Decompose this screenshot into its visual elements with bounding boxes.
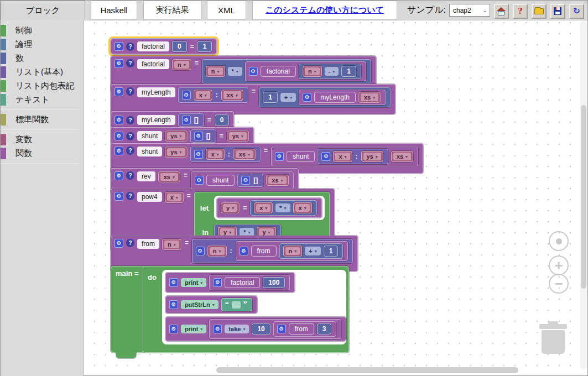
empty-list-block[interactable]: ⚙ [] — [178, 113, 204, 127]
variable-block[interactable]: ys▾ — [227, 130, 249, 142]
sidebar-item-math[interactable]: 数 — [1, 51, 83, 65]
gear-icon[interactable]: ⚙ — [115, 132, 123, 140]
number-block[interactable]: 1 — [197, 41, 212, 52]
variable-block[interactable]: xs▾ — [358, 92, 381, 103]
variable-block[interactable]: n▾ — [162, 239, 181, 250]
gear-icon[interactable]: ⚙ — [213, 278, 222, 287]
zoom-out-button[interactable]: − — [549, 274, 569, 294]
statement-print-take[interactable]: ⚙ print▾ ⚙ take▾ 10 ⚙ from 3 — [165, 317, 347, 341]
sidebar-item-text[interactable]: テキスト — [1, 93, 83, 107]
gear-icon[interactable]: ⚙ — [182, 116, 191, 124]
sidebar-item-list-comprehension[interactable]: リスト内包表記 — [1, 79, 83, 93]
variable-block[interactable]: xs▾ — [221, 90, 243, 101]
tab-haskell[interactable]: Haskell — [91, 1, 137, 20]
function-name-field[interactable]: factorial — [137, 41, 169, 51]
help-icon[interactable]: ? — [126, 87, 134, 96]
number-block[interactable]: 0 — [215, 114, 230, 126]
variable-block[interactable]: n▾ — [206, 66, 225, 77]
help-icon[interactable]: ? — [126, 116, 134, 124]
block-factorial-base[interactable]: ⚙ ? factorial 0 = 1 — [111, 39, 217, 54]
variable-block[interactable]: ys▾ — [165, 147, 187, 158]
tab-blocks[interactable]: ブロック — [1, 1, 85, 20]
variable-block[interactable]: x▾ — [254, 202, 273, 213]
cons-pattern-block[interactable]: ⚙ x▾ : xs▾ — [190, 147, 261, 162]
gear-icon[interactable]: ⚙ — [115, 87, 123, 96]
tab-run-result[interactable]: 実行結果 — [143, 1, 201, 20]
variable-block[interactable]: y▾ — [221, 202, 240, 213]
statement-putstrln[interactable]: ⚙ putStrLn▾ “ ” — [165, 296, 257, 314]
subtract-block[interactable]: n▾ -▾ 1 — [299, 64, 361, 79]
gear-icon[interactable]: ⚙ — [115, 239, 123, 248]
zoom-in-button[interactable]: + — [549, 255, 569, 275]
variable-block[interactable]: x▾ — [333, 151, 352, 162]
gear-icon[interactable]: ⚙ — [115, 116, 123, 124]
gear-icon[interactable]: ⚙ — [196, 247, 205, 255]
operator-dropdown[interactable]: *▾ — [228, 67, 242, 76]
help-icon[interactable]: ? — [126, 59, 134, 67]
function-name-field[interactable]: myLength — [137, 87, 175, 97]
cons-pattern-block[interactable]: ⚙ x▾ : xs▾ — [178, 87, 248, 103]
do-block[interactable]: do ⚙ print▾ ⚙ factorial 100 ⚙ putStrLn▾ — [143, 266, 349, 353]
gear-icon[interactable]: ⚙ — [303, 93, 311, 102]
variable-block[interactable]: n▾ — [172, 59, 191, 70]
help-icon[interactable]: ? — [126, 239, 134, 247]
sidebar-item-variables[interactable]: 変数 — [1, 133, 83, 147]
gear-icon[interactable]: ⚙ — [249, 67, 258, 76]
cons-block[interactable]: ⚙ x▾ : ys▾ — [318, 149, 388, 164]
function-name-field[interactable]: from — [137, 239, 159, 249]
sidebar-item-control[interactable]: 制御 — [1, 24, 83, 38]
function-name-field[interactable]: pow4 — [137, 192, 162, 202]
block-main[interactable]: main = do ⚙ print▾ ⚙ factorial 100 ⚙ — [111, 266, 349, 353]
gear-icon[interactable]: ⚙ — [213, 325, 222, 333]
variable-block[interactable]: xs▾ — [266, 175, 288, 186]
number-block[interactable]: 1 — [263, 92, 278, 103]
reload-button[interactable]: ↻ — [569, 4, 584, 19]
function-name-field[interactable]: factorial — [137, 59, 169, 69]
empty-list-block[interactable]: ⚙ [] — [237, 174, 263, 187]
sidebar-item-list-basic[interactable]: リスト(基本) — [1, 65, 83, 79]
help-button[interactable]: ? — [513, 4, 528, 19]
number-block[interactable]: 100 — [263, 277, 285, 288]
string-input-field[interactable] — [232, 301, 241, 309]
sample-select[interactable]: chap2 ⌄ — [449, 4, 490, 17]
function-name-field[interactable]: myLength — [137, 115, 175, 125]
gear-icon[interactable]: ⚙ — [115, 59, 123, 68]
gear-icon[interactable]: ⚙ — [169, 325, 178, 333]
usage-help-link[interactable]: このシステムの使い方について — [266, 5, 384, 15]
stdfn-dropdown[interactable]: putStrLn▾ — [181, 300, 218, 309]
block-mylength-cons[interactable]: ⚙ ? myLength ⚙ x▾ : xs▾ = 1 +▾ ⚙ myLengt… — [111, 84, 396, 114]
variable-block[interactable]: ys▾ — [165, 130, 187, 142]
variable-block[interactable]: xs▾ — [391, 151, 413, 162]
gear-icon[interactable]: ⚙ — [194, 132, 203, 140]
block-shunt-nil[interactable]: ⚙ ? shunt ys▾ ⚙ [] = ys▾ — [111, 127, 254, 145]
gear-icon[interactable]: ⚙ — [182, 91, 191, 100]
apply-take-block[interactable]: ⚙ take▾ 10 ⚙ from 3 — [209, 319, 341, 339]
gear-icon[interactable]: ⚙ — [115, 171, 123, 180]
variable-block[interactable]: n▾ — [207, 246, 227, 257]
gear-icon[interactable]: ⚙ — [115, 42, 123, 51]
gear-icon[interactable]: ⚙ — [169, 300, 178, 309]
add-block[interactable]: 1 +▾ ⚙ myLength xs▾ — [259, 87, 391, 107]
apply-factorial-block[interactable]: ⚙ factorial 100 — [209, 275, 290, 290]
add-block[interactable]: n▾ +▾ 1 — [279, 243, 344, 259]
variable-block[interactable]: x▾ — [165, 192, 184, 203]
function-name-field[interactable]: shunt — [137, 147, 162, 156]
horizontal-scrollbar-thumb[interactable] — [216, 367, 518, 373]
variable-block[interactable]: x▾ — [194, 90, 212, 101]
sidebar-item-functions[interactable]: 関数 — [1, 147, 83, 160]
sidebar-item-standard-functions[interactable]: 標準関数 — [1, 113, 83, 127]
operator-dropdown[interactable]: +▾ — [280, 93, 296, 102]
empty-list-block[interactable]: ⚙ [] — [190, 129, 216, 143]
apply-mylength-block[interactable]: ⚙ myLength xs▾ — [299, 90, 386, 105]
function-name-field[interactable]: rev — [137, 171, 155, 181]
help-icon[interactable]: ? — [126, 192, 134, 200]
vertical-scrollbar[interactable] — [580, 21, 587, 369]
trash-can[interactable] — [539, 324, 567, 355]
save-button[interactable] — [550, 4, 565, 19]
number-block[interactable]: 3 — [317, 323, 332, 335]
gear-icon[interactable]: ⚙ — [115, 192, 123, 201]
multiply-block[interactable]: x▾ *▾ x▾ — [250, 200, 317, 216]
apply-from-block[interactable]: ⚙ from n▾ +▾ 1 — [236, 241, 348, 261]
variable-block[interactable]: xs▾ — [233, 149, 256, 160]
number-block[interactable]: 10 — [252, 323, 270, 335]
